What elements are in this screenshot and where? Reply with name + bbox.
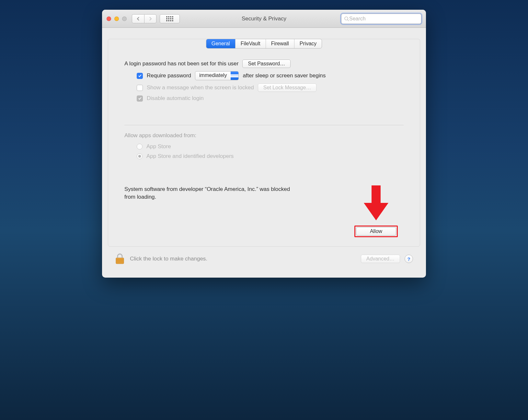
svg-rect-4 — [116, 260, 124, 261]
svg-rect-3 — [116, 259, 124, 260]
annotation-arrow-icon — [363, 185, 389, 221]
forward-button[interactable] — [144, 14, 156, 23]
search-input[interactable] — [349, 16, 419, 22]
annotation-highlight-box: Allow — [354, 226, 398, 237]
set-password-button[interactable]: Set Password… — [242, 60, 291, 68]
allow-apps-option-appstore: App Store — [124, 143, 404, 150]
tab-privacy[interactable]: Privacy — [294, 39, 322, 48]
blocked-software-row: System software from developer “Oracle A… — [124, 185, 404, 237]
svg-rect-5 — [116, 262, 124, 262]
close-window-button[interactable] — [107, 17, 111, 21]
back-button[interactable] — [132, 14, 144, 23]
disable-auto-login-row: Disable automatic login — [124, 95, 404, 102]
lock-icon[interactable] — [115, 253, 125, 265]
require-password-delay-value: immediately — [195, 72, 231, 80]
divider — [124, 125, 404, 125]
general-panel: General FileVault Firewall Privacy A log… — [108, 39, 420, 247]
radio-identified-devs[interactable] — [137, 153, 143, 159]
login-password-row: A login password has not been set for th… — [124, 60, 404, 68]
blocked-software-message: System software from developer “Oracle A… — [124, 185, 293, 201]
require-password-checkbox[interactable] — [137, 73, 143, 79]
tab-general[interactable]: General — [206, 39, 235, 48]
allow-apps-option-identified: App Store and identified developers — [124, 153, 404, 160]
disable-auto-login-checkbox[interactable] — [137, 95, 143, 102]
disable-auto-login-label: Disable automatic login — [147, 95, 204, 102]
grid-icon — [166, 16, 173, 21]
require-password-after-text: after sleep or screen saver begins — [243, 72, 326, 79]
content-area: General FileVault Firewall Privacy A log… — [102, 28, 426, 278]
help-button[interactable]: ? — [405, 255, 413, 263]
login-password-message: A login password has not been set for th… — [124, 61, 238, 67]
radio-appstore-label: App Store — [146, 143, 171, 150]
allow-annotation: Allow — [349, 185, 404, 237]
nav-back-forward — [132, 14, 156, 23]
radio-appstore[interactable] — [137, 144, 143, 149]
zoom-window-button[interactable] — [122, 17, 127, 21]
require-password-delay-select[interactable]: immediately — [195, 71, 239, 80]
window-controls — [107, 17, 127, 21]
titlebar: Security & Privacy — [102, 10, 426, 28]
show-lock-message-label: Show a message when the screen is locked — [147, 84, 254, 91]
show-all-button[interactable] — [160, 14, 180, 23]
allow-button[interactable]: Allow — [356, 227, 396, 236]
tab-firewall[interactable]: Firewall — [266, 39, 294, 48]
show-lock-message-checkbox[interactable] — [137, 85, 143, 91]
chevron-right-icon — [149, 17, 152, 21]
tab-bar: General FileVault Firewall Privacy — [206, 39, 322, 49]
svg-point-0 — [345, 17, 348, 20]
advanced-button[interactable]: Advanced… — [361, 255, 400, 263]
footer: Click the lock to make changes. Advanced… — [108, 247, 420, 272]
radio-identified-label: App Store and identified developers — [146, 153, 234, 160]
checkmark-icon — [138, 96, 142, 100]
preferences-window: Security & Privacy General FileVault Fir… — [102, 10, 426, 278]
checkmark-icon — [138, 74, 142, 78]
chevron-left-icon — [137, 17, 140, 21]
tab-filevault[interactable]: FileVault — [235, 39, 266, 48]
set-lock-message-button[interactable]: Set Lock Message… — [258, 83, 317, 92]
search-field-wrapper[interactable] — [341, 14, 421, 24]
search-icon — [344, 16, 349, 21]
select-stepper-icon — [231, 72, 238, 80]
minimize-window-button[interactable] — [114, 17, 119, 21]
svg-line-1 — [348, 20, 349, 21]
lock-hint-text: Click the lock to make changes. — [130, 256, 207, 262]
require-password-row: Require password immediately after sleep… — [124, 71, 404, 80]
show-lock-message-row: Show a message when the screen is locked… — [124, 83, 404, 92]
require-password-label: Require password — [147, 72, 191, 79]
allow-apps-heading: Allow apps downloaded from: — [124, 132, 404, 139]
